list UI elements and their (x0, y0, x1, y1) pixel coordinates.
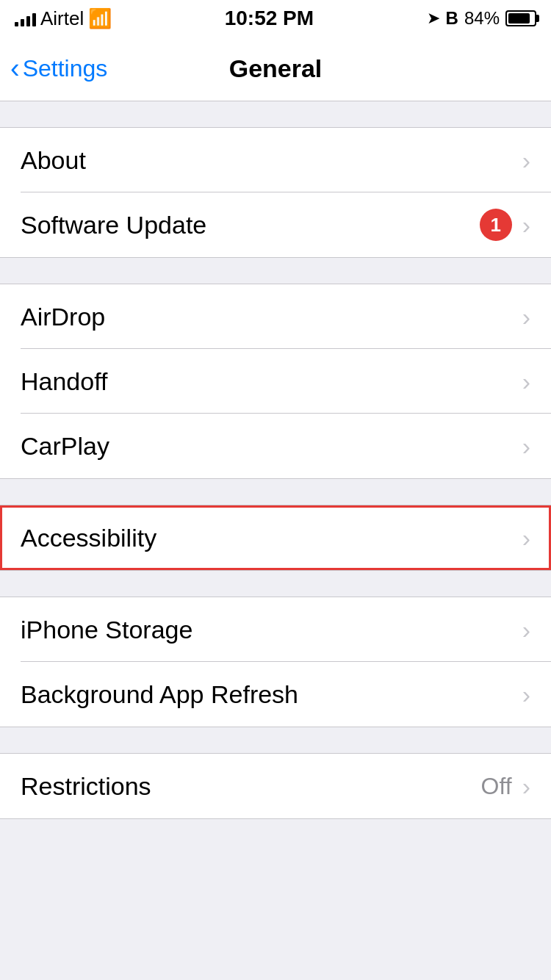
signal-bar-1 (15, 22, 18, 26)
row-label-iphone-storage: iPhone Storage (21, 616, 192, 644)
signal-bar-2 (21, 19, 24, 26)
settings-group-group4: iPhone Storage›Background App Refresh› (0, 597, 551, 727)
back-chevron-icon: ‹ (10, 54, 20, 82)
row-label-accessibility: Accessibility (21, 524, 156, 552)
section-gap-2 (0, 479, 551, 505)
row-label-airdrop: AirDrop (21, 303, 105, 331)
settings-row-accessibility[interactable]: Accessibility› (0, 505, 551, 570)
chevron-icon-restrictions: › (522, 774, 530, 799)
chevron-icon-airdrop: › (522, 304, 530, 329)
chevron-icon-software-update: › (522, 212, 530, 237)
row-label-about: About (21, 146, 86, 175)
back-label: Settings (23, 55, 108, 82)
wifi-icon: 📶 (88, 7, 112, 30)
status-bar: Airtel 📶 10:52 PM ➤ B 84% (0, 0, 551, 37)
chevron-icon-background-app-refresh: › (522, 682, 530, 707)
row-label-handoff: Handoff (21, 367, 107, 396)
location-icon: ➤ (427, 9, 440, 28)
chevron-icon-accessibility: › (522, 525, 530, 550)
settings-row-carplay[interactable]: CarPlay› (0, 414, 551, 478)
settings-row-about[interactable]: About› (0, 128, 551, 192)
settings-row-handoff[interactable]: Handoff› (0, 349, 551, 414)
row-label-restrictions: Restrictions (21, 772, 151, 801)
status-left: Airtel 📶 (15, 7, 112, 30)
carrier-label: Airtel (40, 7, 84, 30)
nav-bar: ‹ Settings General (0, 37, 551, 101)
settings-row-background-app-refresh[interactable]: Background App Refresh› (0, 662, 551, 727)
section-gap-bottom (0, 819, 551, 845)
badge-software-update: 1 (480, 209, 512, 241)
chevron-icon-iphone-storage: › (522, 617, 530, 642)
settings-content: About›Software Update1›AirDrop›Handoff›C… (0, 101, 551, 845)
signal-bar-4 (32, 13, 36, 26)
chevron-icon-about: › (522, 148, 530, 173)
status-time: 10:52 PM (225, 7, 314, 30)
chevron-icon-handoff: › (522, 369, 530, 394)
page-title: General (229, 54, 323, 83)
settings-group-group2: AirDrop›Handoff›CarPlay› (0, 284, 551, 479)
bluetooth-icon: B (446, 8, 458, 29)
settings-row-airdrop[interactable]: AirDrop› (0, 284, 551, 349)
settings-row-iphone-storage[interactable]: iPhone Storage› (0, 597, 551, 662)
battery-percent: 84% (464, 8, 500, 29)
status-right: ➤ B 84% (427, 8, 536, 29)
row-value-restrictions: Off (481, 773, 512, 800)
settings-group-group5: RestrictionsOff› (0, 753, 551, 819)
signal-bars-icon (15, 10, 36, 26)
section-gap-0 (0, 101, 551, 127)
settings-row-restrictions[interactable]: RestrictionsOff› (0, 754, 551, 818)
section-gap-4 (0, 727, 551, 753)
row-label-background-app-refresh: Background App Refresh (21, 680, 298, 709)
section-gap-3 (0, 571, 551, 597)
back-button[interactable]: ‹ Settings (10, 55, 107, 82)
row-label-software-update: Software Update (21, 211, 206, 239)
battery-icon (505, 10, 536, 26)
section-gap-1 (0, 258, 551, 284)
settings-group-group3: Accessibility› (0, 505, 551, 571)
settings-row-software-update[interactable]: Software Update1› (0, 192, 551, 257)
settings-group-group1: About›Software Update1› (0, 127, 551, 258)
signal-bar-3 (26, 16, 30, 26)
chevron-icon-carplay: › (522, 433, 530, 458)
row-label-carplay: CarPlay (21, 432, 109, 461)
